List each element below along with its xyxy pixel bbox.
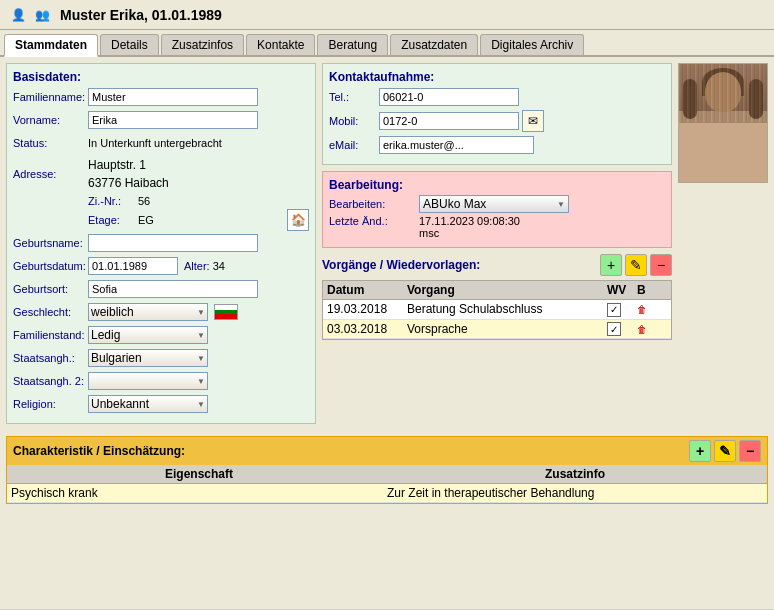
- charakteristik-header: Charakteristik / Einschätzung: + ✎ −: [7, 437, 767, 465]
- basisdaten-label: Basisdaten:: [13, 70, 309, 84]
- photo-box: [678, 63, 768, 183]
- titlebar: 👤 👥 Muster Erika, 01.01.1989: [0, 0, 774, 30]
- bearbeitung-label: Bearbeitung:: [329, 178, 665, 192]
- char-edit-button[interactable]: ✎: [714, 440, 736, 462]
- sms-button[interactable]: ✉: [522, 110, 544, 132]
- etage-row: Etage: EG 🏠: [88, 209, 309, 231]
- row2-b-icon: 🗑: [637, 324, 647, 335]
- char-row1-zusatzinfo: Zur Zeit in therapeutischer Behandlung: [387, 486, 763, 500]
- email-input[interactable]: [379, 136, 534, 154]
- vorgange-table-header: Datum Vorgang WV B: [323, 281, 671, 300]
- vorgange-action-buttons: + ✎ −: [600, 254, 672, 276]
- adresse-line1: Hauptstr. 1: [88, 156, 169, 174]
- vorname-input[interactable]: [88, 111, 258, 129]
- vorgange-header: Vorgänge / Wiedervorlagen: + ✎ −: [322, 254, 672, 276]
- char-col-eigenschaft: Eigenschaft: [11, 467, 387, 481]
- char-add-button[interactable]: +: [689, 440, 711, 462]
- row2-datum: 03.03.2018: [327, 322, 407, 336]
- char-row1-eigenschaft: Psychisch krank: [11, 486, 387, 500]
- top-area: Basisdaten: Familienname: Vorname: Statu…: [6, 63, 768, 430]
- top-right-row: Kontaktaufnahme: Tel.: Mobil: ✉ eMail:: [322, 63, 768, 340]
- alter-label: Alter:: [184, 260, 210, 272]
- familienstand-row: Familienstand: Ledig ▼: [13, 325, 309, 345]
- col-b: B: [637, 283, 667, 297]
- familienname-label: Familienname:: [13, 91, 88, 103]
- col-vorgang: Vorgang: [407, 283, 607, 297]
- char-delete-button[interactable]: −: [739, 440, 761, 462]
- col-wv: WV: [607, 283, 637, 297]
- adresse-value: Hauptstr. 1 63776 Haibach: [88, 156, 169, 192]
- mobil-input[interactable]: [379, 112, 519, 130]
- vorgange-edit-button[interactable]: ✎: [625, 254, 647, 276]
- zi-label: Zi.-Nr.:: [88, 195, 138, 207]
- row1-vorgang: Beratung Schulabschluss: [407, 302, 607, 316]
- email-row: eMail:: [329, 135, 665, 155]
- tab-zusatzdaten[interactable]: Zusatzdaten: [390, 34, 478, 55]
- email-label: eMail:: [329, 139, 379, 151]
- zi-value: 56: [138, 195, 150, 207]
- charakteristik-section: Charakteristik / Einschätzung: + ✎ − Eig…: [6, 436, 768, 504]
- char-table-header: Eigenschaft Zusatzinfo: [7, 465, 767, 484]
- religion-arrow: ▼: [197, 400, 205, 409]
- letzte-row: Letzte Änd.: 17.11.2023 09:08:30 msc: [329, 215, 665, 239]
- vorgange-section: Vorgänge / Wiedervorlagen: + ✎ − Datum V…: [322, 254, 672, 340]
- tab-kontakte[interactable]: Kontakte: [246, 34, 315, 55]
- tab-stammdaten[interactable]: Stammdaten: [4, 34, 98, 57]
- religion-select[interactable]: Unbekannt ▼: [88, 395, 208, 413]
- charakteristik-label: Charakteristik / Einschätzung:: [13, 444, 185, 458]
- tab-digitales-archiv[interactable]: Digitales Archiv: [480, 34, 584, 55]
- bulgaria-flag: [214, 304, 238, 320]
- tel-row: Tel.:: [329, 87, 665, 107]
- mobil-row: Mobil: ✉: [329, 110, 665, 132]
- staatsangh-select[interactable]: Bulgarien ▼: [88, 349, 208, 367]
- row2-wv-checkbox: [607, 322, 621, 336]
- kontakt-section: Kontaktaufnahme: Tel.: Mobil: ✉ eMail:: [322, 63, 672, 165]
- bearbeiten-select[interactable]: ABUko Max ▼: [419, 195, 569, 213]
- row1-wv: [607, 302, 637, 317]
- tab-bar: Stammdaten Details Zusatzinfos Kontakte …: [0, 30, 774, 57]
- tab-beratung[interactable]: Beratung: [317, 34, 388, 55]
- etage-label: Etage:: [88, 214, 138, 226]
- staatsangh-value: Bulgarien: [91, 351, 142, 365]
- tab-zusatzinfos[interactable]: Zusatzinfos: [161, 34, 244, 55]
- geburtsdatum-label: Geburtsdatum:: [13, 260, 88, 272]
- row1-b: 🗑: [637, 302, 667, 316]
- geburtsort-input[interactable]: [88, 280, 258, 298]
- house-button[interactable]: 🏠: [287, 209, 309, 231]
- vorname-row: Vorname:: [13, 110, 309, 130]
- staatsangh-row: Staatsangh.: Bulgarien ▼: [13, 348, 309, 368]
- vorgange-row-1[interactable]: 19.03.2018 Beratung Schulabschluss 🗑: [323, 300, 671, 320]
- adresse-label: Adresse:: [13, 168, 88, 180]
- tel-label: Tel.:: [329, 91, 379, 103]
- photo-pixelate: [679, 64, 767, 123]
- geburtsname-input[interactable]: [88, 234, 258, 252]
- staatsangh-arrow: ▼: [197, 354, 205, 363]
- tel-input[interactable]: [379, 88, 519, 106]
- geburtsort-row: Geburtsort:: [13, 279, 309, 299]
- familienstand-arrow: ▼: [197, 331, 205, 340]
- person-icon: 👤: [8, 5, 28, 25]
- etage-value: EG: [138, 214, 154, 226]
- geburtsname-label: Geburtsname:: [13, 237, 88, 249]
- vorgange-row-2[interactable]: 03.03.2018 Vorsprache 🗑: [323, 320, 671, 340]
- staatsangh2-select[interactable]: ▼: [88, 372, 208, 390]
- right-panel: Kontaktaufnahme: Tel.: Mobil: ✉ eMail:: [322, 63, 768, 430]
- geburtsdatum-input[interactable]: [88, 257, 178, 275]
- vorgange-add-button[interactable]: +: [600, 254, 622, 276]
- tab-details[interactable]: Details: [100, 34, 159, 55]
- familienname-input[interactable]: [88, 88, 258, 106]
- row2-wv: [607, 322, 637, 337]
- staatsangh2-label: Staatsangh. 2:: [13, 375, 88, 387]
- geburtsort-label: Geburtsort:: [13, 283, 88, 295]
- letzte-label: Letzte Änd.:: [329, 215, 419, 227]
- staatsangh-label: Staatsangh.:: [13, 352, 88, 364]
- vorgange-delete-button[interactable]: −: [650, 254, 672, 276]
- status-label: Status:: [13, 137, 88, 149]
- charakteristik-table: Eigenschaft Zusatzinfo Psychisch krank Z…: [7, 465, 767, 503]
- char-row-1[interactable]: Psychisch krank Zur Zeit in therapeutisc…: [7, 484, 767, 503]
- zi-row: Zi.-Nr.: 56: [88, 195, 309, 207]
- geschlecht-select[interactable]: weiblich ▼: [88, 303, 208, 321]
- couple-icon: 👥: [32, 5, 52, 25]
- familienstand-select[interactable]: Ledig ▼: [88, 326, 208, 344]
- row1-datum: 19.03.2018: [327, 302, 407, 316]
